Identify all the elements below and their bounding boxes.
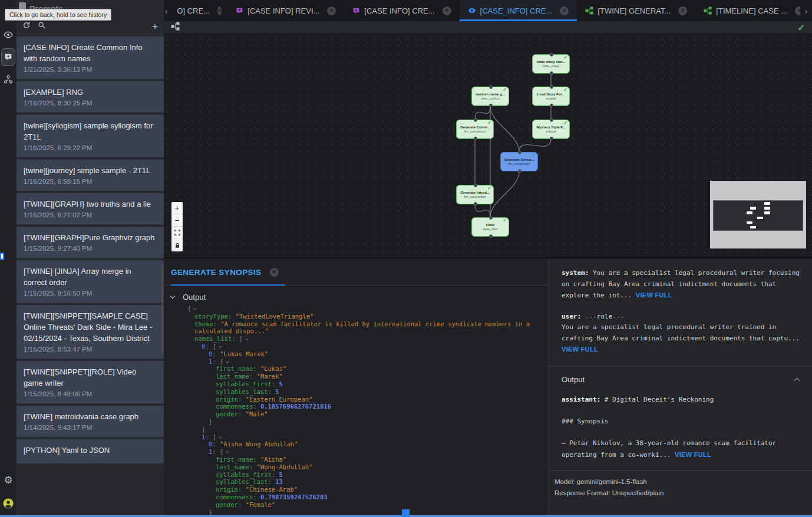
prompt-list-item[interactable]: [TWINE] metroidvania case graph 1/14/202… [16, 406, 164, 437]
tabs-scroll-right-icon[interactable]: › [800, 0, 812, 21]
eye-icon[interactable] [0, 26, 16, 44]
json-line: syllables_first: 5 [164, 380, 548, 388]
prompt-list-item[interactable]: [TWINE][SNIPPET][SAMPLE CASE] Online Thr… [16, 305, 164, 359]
editor-tab[interactable]: [TWINE] GENERAT... × [577, 0, 695, 21]
eye-icon [468, 6, 476, 15]
tab-label: [CASE INFO] CRE... [364, 6, 434, 15]
prompt-title: [TWINE][GRAPH} two truths and a lie [24, 198, 157, 210]
message-role: system: [562, 269, 593, 277]
model-info: Model: gemini/gemini-1.5-flash Response … [549, 470, 812, 499]
add-prompt-button[interactable]: + [152, 21, 158, 31]
check-icon: ✓ [503, 87, 507, 92]
prompt-timestamp: 1/15/2025, 8:53:47 PM [24, 346, 157, 353]
prompt-list-item[interactable]: [CASE INFO] Create Common Info with rand… [16, 37, 164, 79]
collapse-caret-icon[interactable] [219, 344, 222, 348]
output-collapse-row[interactable]: Output [164, 286, 548, 305]
node-title: state mkey stor... [533, 60, 569, 64]
check-icon: ✓ [563, 55, 567, 60]
prompts-chat-icon[interactable] [1, 48, 15, 66]
scrollbar-thumb[interactable] [161, 265, 163, 353]
chevron-up-icon[interactable] [794, 378, 800, 384]
json-line: names_list: [ [164, 335, 548, 343]
prompt-list-item[interactable]: [twine][syllogism] sample syllogism for … [16, 115, 164, 157]
prompt-timestamp: 1/15/2025, 9:27:40 PM [24, 245, 157, 252]
refresh-icon[interactable] [22, 21, 31, 32]
lock-button[interactable] [171, 239, 183, 251]
view-full-link[interactable]: VIEW FULL [675, 451, 711, 458]
tabs-scroll-left-icon[interactable]: ‹ [164, 0, 169, 21]
close-tab-icon[interactable]: × [217, 6, 222, 15]
tab-label: [TIMELINE] CASE ... [716, 6, 787, 15]
close-tab-icon[interactable]: × [443, 6, 451, 15]
collapse-caret-icon[interactable] [245, 337, 249, 340]
zoom-out-button[interactable]: − [171, 214, 183, 227]
search-icon[interactable] [38, 21, 46, 32]
close-tab-icon[interactable]: × [678, 6, 687, 15]
output-panel-tab[interactable]: GENERATE SYNOPSIS × [171, 268, 285, 286]
prompt-list-item[interactable]: [twine][journey] simple sample - 2T1L 1/… [16, 160, 164, 191]
fit-view-button[interactable] [171, 227, 183, 239]
minimap[interactable] [710, 181, 806, 248]
collapse-caret-icon[interactable] [226, 360, 229, 363]
editor-tab[interactable]: [CASE_INFO] CRE... × [460, 0, 577, 21]
json-line: last_name: "Wong-Abdullah" [164, 463, 548, 471]
canvas-controls: + − [171, 202, 183, 251]
json-line: 0: "Lukas Marek" [164, 350, 548, 358]
collapse-caret-icon[interactable] [219, 435, 222, 439]
prompt-title: [twine][journey] simple sample - 2T1L [24, 165, 157, 176]
graph-node[interactable]: ✓ Generate Comm... llm_completion [456, 120, 494, 139]
prompt-list-item[interactable]: [EXAMPLE] RNG 1/16/2025, 8:30:25 PM [16, 81, 164, 112]
close-tab-icon[interactable]: × [560, 6, 569, 15]
node-subtype: exec_python [472, 97, 509, 100]
editor-tab[interactable]: O] CRE... × [169, 0, 227, 21]
node-subtype: state_mkey [533, 64, 569, 68]
graph-node[interactable]: ✓ Generate Synop... llm_completion [500, 152, 538, 171]
graph-node[interactable]: ✓ state mkey stor... state_mkey [532, 54, 570, 74]
json-line: syllables_first: 5 [164, 471, 548, 479]
settings-gear-icon[interactable]: ⚙ [0, 471, 16, 489]
editor-tab[interactable]: [CASE INFO] REVI... × [227, 0, 344, 21]
close-output-tab-icon[interactable]: × [270, 268, 279, 277]
message-role: user: [562, 313, 585, 320]
graph-node[interactable]: ✓ Generate Introd... llm_completion [456, 185, 494, 204]
prompt-list-item[interactable]: [TWINE][GRAPH} two truths and a lie 1/16… [16, 193, 164, 224]
prompt-timestamp: 1/16/2025, 6:29:22 PM [24, 144, 157, 151]
node-subtype: llm_completion [457, 130, 493, 133]
node-output-panel: GENERATE SYNOPSIS × Output {storyType: "… [164, 258, 548, 515]
prompt-list-item[interactable]: [TWINE][GRAPH]Pure Graphviz graph 1/15/2… [16, 227, 164, 258]
prompt-list-item[interactable]: [TWINE][SNIPPET][ROLE] Video game writer… [16, 361, 164, 403]
graph-node[interactable]: ✓ Load Story For... snippet [532, 87, 570, 106]
minimap-node [764, 207, 770, 210]
account-avatar-icon[interactable] [0, 495, 16, 512]
graph-node[interactable]: ✓ Filter state_filter [471, 217, 509, 237]
json-line: origin: "Chinese-Arab" [164, 486, 548, 493]
zoom-in-button[interactable]: + [171, 202, 183, 214]
graph-node[interactable]: ✓ Mystery Style F... snippet [532, 120, 570, 139]
response-format-line: Response Format: Unspecified/plain [554, 488, 803, 499]
prompt-timestamp: 1/21/2025, 3:36:13 PM [24, 66, 157, 73]
hub-icon[interactable] [0, 71, 16, 88]
collapse-caret-icon[interactable] [193, 307, 197, 310]
output-tab-label: GENERATE SYNOPSIS [171, 268, 262, 277]
view-full-link[interactable]: VIEW FULL [636, 291, 672, 299]
json-line: 1: { [164, 448, 548, 456]
graph-node[interactable]: ✓ random name g... exec_python [471, 87, 509, 106]
model-line: Model: gemini/gemini-1.5-flash [554, 476, 803, 488]
collapse-caret-icon[interactable] [226, 450, 229, 453]
panel-resize-handle[interactable] [402, 509, 410, 517]
editor-tab[interactable]: [TIMELINE] CASE ... × [695, 0, 812, 21]
message-block: system: You are a specialist legal proce… [562, 268, 803, 301]
graph-canvas[interactable]: ✓ state mkey stor... state_mkey ✓ random… [164, 34, 812, 257]
minimap-node [764, 202, 770, 205]
json-output-tree: {storyType: "TwistedLoveTriangle"theme: … [164, 305, 548, 515]
close-tab-icon[interactable]: × [327, 6, 336, 15]
prompt-title: [PYTHON] Yaml to JSON [24, 445, 157, 456]
json-line: syllables_last: 5 [164, 388, 548, 396]
chat-icon [352, 7, 360, 15]
editor-tab[interactable]: [CASE INFO] CRE... × [344, 0, 459, 21]
prompt-list: [CASE INFO] Create Common Info with rand… [16, 34, 164, 463]
view-full-link[interactable]: VIEW FULL [562, 346, 598, 353]
prompt-list-item[interactable]: [TWINE] [JINJA] Array merge in correct o… [16, 260, 164, 303]
prompt-title: [TWINE][SNIPPET][SAMPLE CASE] Online Thr… [24, 310, 157, 344]
prompt-list-item[interactable]: [PYTHON] Yaml to JSON [16, 439, 164, 463]
